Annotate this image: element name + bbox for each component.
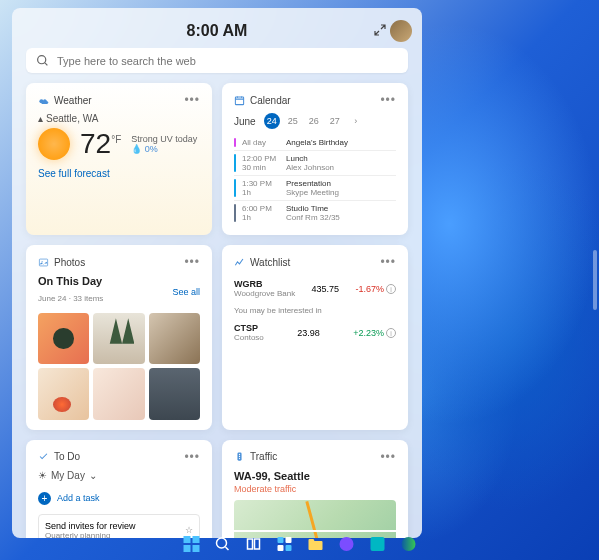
- app-icon[interactable]: [363, 530, 391, 558]
- photo-thumb[interactable]: [93, 313, 144, 364]
- svg-rect-19: [285, 545, 291, 551]
- photo-thumb[interactable]: [149, 368, 200, 419]
- see-all-link[interactable]: See all: [172, 287, 200, 297]
- photos-icon: [38, 257, 49, 268]
- watchlist-icon: [234, 257, 245, 268]
- svg-rect-9: [183, 536, 190, 543]
- day-picker[interactable]: 24 25 26 27 ›: [264, 113, 364, 129]
- more-icon[interactable]: •••: [184, 450, 200, 464]
- app-icon[interactable]: [332, 530, 360, 558]
- expand-icon[interactable]: [374, 22, 386, 40]
- calendar-card[interactable]: Calendar ••• June 24 25 26 27 › All dayA…: [222, 83, 408, 235]
- widgets-panel: 8:00 AM Weather ••• ▴Seattle, WA 72°F St…: [12, 8, 422, 538]
- edge-icon[interactable]: [394, 530, 422, 558]
- more-icon[interactable]: •••: [380, 93, 396, 107]
- task-item[interactable]: Send invites for reviewQuarterly plannin…: [38, 514, 200, 538]
- watchlist-title: Watchlist: [250, 257, 290, 268]
- weather-icon: [38, 95, 49, 106]
- taskbar: [177, 530, 422, 558]
- traffic-icon: [234, 451, 245, 462]
- traffic-card[interactable]: Traffic ••• WA-99, Seattle Moderate traf…: [222, 440, 408, 538]
- svg-point-20: [339, 537, 353, 551]
- sun-icon: [38, 128, 70, 160]
- watchlist-card[interactable]: Watchlist ••• WGRBWoodgrove Bank 435.75 …: [222, 245, 408, 430]
- month-label: June: [234, 116, 256, 127]
- more-icon[interactable]: •••: [184, 255, 200, 269]
- svg-point-0: [38, 56, 46, 64]
- event-item[interactable]: 12:00 PM30 minLunchAlex Johnson: [234, 150, 396, 175]
- svg-rect-17: [285, 537, 291, 543]
- search-taskbar-icon[interactable]: [208, 530, 236, 558]
- precipitation: 💧 0%: [131, 144, 197, 154]
- photo-thumb[interactable]: [38, 368, 89, 419]
- user-avatar[interactable]: [390, 20, 412, 42]
- photos-card[interactable]: Photos ••• On This Day June 24 · 33 item…: [26, 245, 212, 430]
- photo-thumb[interactable]: [149, 313, 200, 364]
- svg-rect-15: [254, 539, 259, 549]
- traffic-route: WA-99, Seattle: [234, 470, 396, 482]
- search-input[interactable]: [57, 55, 398, 67]
- traffic-status: Moderate traffic: [234, 484, 396, 494]
- start-button[interactable]: [177, 530, 205, 558]
- photos-sub: June 24 · 33 items: [38, 294, 103, 303]
- temperature: 72°F: [80, 128, 121, 159]
- svg-point-6: [239, 454, 240, 455]
- photo-thumb[interactable]: [93, 368, 144, 419]
- widgets-taskbar-icon[interactable]: [270, 530, 298, 558]
- add-task-button[interactable]: +Add a task: [38, 487, 200, 510]
- svg-point-7: [239, 456, 240, 457]
- panel-header: 8:00 AM: [26, 18, 408, 48]
- task-view-icon[interactable]: [239, 530, 267, 558]
- event-item[interactable]: 1:30 PM1hPresentationSkype Meeting: [234, 175, 396, 200]
- todo-title: To Do: [54, 451, 80, 462]
- clock-time: 8:00 AM: [187, 22, 248, 40]
- photos-heading: On This Day: [38, 275, 200, 287]
- svg-point-13: [216, 538, 226, 548]
- svg-rect-2: [235, 97, 243, 105]
- svg-point-4: [41, 261, 42, 262]
- event-list: All dayAngela's Birthday 12:00 PM30 minL…: [234, 135, 396, 225]
- weather-location: ▴Seattle, WA: [38, 113, 200, 124]
- photos-title: Photos: [54, 257, 85, 268]
- stock-row[interactable]: CTSPContoso 23.98 +2.23%i: [234, 319, 396, 346]
- more-icon[interactable]: •••: [380, 450, 396, 464]
- svg-rect-21: [370, 537, 384, 551]
- photo-grid: [38, 313, 200, 420]
- weather-condition: Strong UV today: [131, 134, 197, 144]
- event-item[interactable]: All dayAngela's Birthday: [234, 135, 396, 150]
- forecast-link[interactable]: See full forecast: [38, 168, 200, 179]
- svg-rect-18: [277, 545, 283, 551]
- calendar-icon: [234, 95, 245, 106]
- plus-icon: +: [38, 492, 51, 505]
- todo-card[interactable]: To Do ••• ☀ My Day ⌄ +Add a task Send in…: [26, 440, 212, 538]
- weather-card[interactable]: Weather ••• ▴Seattle, WA 72°F Strong UV …: [26, 83, 212, 235]
- weather-title: Weather: [54, 95, 92, 106]
- more-icon[interactable]: •••: [184, 93, 200, 107]
- svg-point-22: [401, 537, 415, 551]
- myday-label[interactable]: ☀ My Day ⌄: [38, 470, 200, 481]
- search-box[interactable]: [26, 48, 408, 73]
- more-icon[interactable]: •••: [380, 255, 396, 269]
- todo-icon: [38, 451, 49, 462]
- svg-point-8: [239, 458, 240, 459]
- stock-row[interactable]: WGRBWoodgrove Bank 435.75 -1.67%i: [234, 275, 396, 302]
- photo-thumb[interactable]: [38, 313, 89, 364]
- event-item[interactable]: 6:00 PM1hStudio TimeConf Rm 32/35: [234, 200, 396, 225]
- svg-rect-11: [183, 545, 190, 552]
- watchlist-note: You may be interested in: [234, 302, 396, 319]
- explorer-icon[interactable]: [301, 530, 329, 558]
- calendar-title: Calendar: [250, 95, 291, 106]
- svg-rect-12: [192, 545, 199, 552]
- panel-resize-handle[interactable]: [593, 250, 597, 310]
- svg-rect-14: [247, 539, 252, 549]
- svg-rect-10: [192, 536, 199, 543]
- search-icon: [36, 54, 49, 67]
- svg-rect-16: [277, 537, 283, 543]
- traffic-title: Traffic: [250, 451, 277, 462]
